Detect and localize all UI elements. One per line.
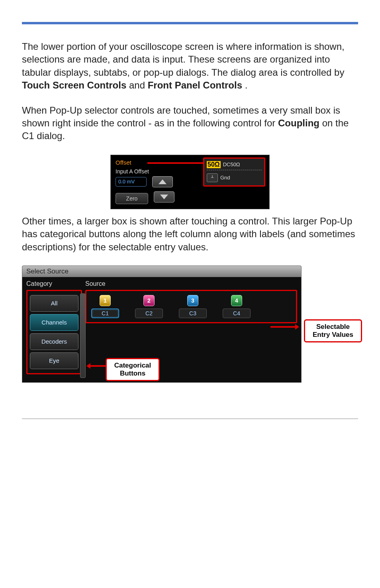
p1-bold-1: Touch Screen Controls — [22, 80, 126, 90]
channel-4-label: C4 — [223, 309, 251, 318]
coupling-popup: 50Ω DC50Ω ┴ Gnd — [203, 157, 265, 187]
source-c4[interactable]: 4 C4 — [223, 295, 251, 318]
triangle-up-icon — [159, 179, 166, 184]
category-column: All Channels Decoders Eye — [26, 290, 82, 374]
p1-bold-2: Front Panel Controls — [148, 80, 242, 90]
p1-text-a: The lower portion of your oscilloscope s… — [22, 41, 345, 78]
source-c3[interactable]: 3 C3 — [179, 295, 207, 318]
paragraph-2: When Pop-Up selector controls are touche… — [22, 104, 358, 143]
p1-text-e: . — [245, 80, 248, 90]
offset-down-button[interactable] — [154, 191, 174, 203]
coupling-popup-screenshot: Offset Input A Offset 0.0 mV Zero 50Ω DC… — [110, 155, 270, 209]
offset-up-button[interactable] — [152, 176, 173, 187]
p1-text-c: and — [129, 80, 148, 90]
channel-4-icon: 4 — [231, 295, 242, 306]
select-source-screenshot-wrap: Select Source Category All Channels Deco… — [22, 265, 358, 383]
source-c1[interactable]: 1 C1 — [91, 295, 119, 318]
channel-1-label: C1 — [91, 309, 119, 318]
callout-categorical-buttons: Categorical Buttons — [106, 358, 160, 381]
source-header: Source — [85, 280, 297, 287]
header-rule — [22, 22, 358, 24]
scrollbar[interactable] — [80, 293, 86, 378]
coupling-option-gnd[interactable]: ┴ Gnd — [207, 173, 262, 182]
coupling-option-dc50[interactable]: 50Ω DC50Ω — [207, 161, 262, 168]
category-channels-button[interactable]: Channels — [30, 314, 78, 331]
select-source-dialog: Select Source Category All Channels Deco… — [22, 265, 302, 383]
offset-value-field[interactable]: 0.0 mV — [116, 177, 147, 187]
channel-3-label: C3 — [179, 309, 207, 318]
coupling-option-gnd-text: Gnd — [220, 175, 230, 181]
zero-button[interactable]: Zero — [116, 193, 148, 204]
source-items: 1 C1 2 C2 3 C3 4 C4 — [85, 290, 297, 323]
category-decoders-button[interactable]: Decoders — [30, 333, 78, 350]
callout-selectable-entry-values: Selectable Entry Values — [304, 319, 362, 342]
dialog-title: Select Source — [22, 266, 301, 277]
paragraph-3: Other times, a larger box is shown after… — [22, 215, 358, 254]
coupling-option-divider — [207, 170, 262, 173]
footer-rule — [22, 419, 358, 419]
triangle-down-icon — [160, 195, 168, 199]
callout-lead-1-icon — [270, 326, 298, 328]
category-header: Category — [26, 280, 82, 287]
source-c2[interactable]: 2 C2 — [135, 295, 163, 318]
paragraph-1: The lower portion of your oscilloscope s… — [22, 40, 358, 92]
channel-2-icon: 2 — [143, 295, 155, 306]
channel-2-label: C2 — [135, 309, 163, 318]
ground-icon: ┴ — [207, 173, 218, 182]
category-all-button[interactable]: All — [30, 295, 78, 312]
category-eye-button[interactable]: Eye — [30, 352, 78, 369]
channel-1-icon: 1 — [100, 295, 111, 306]
coupling-option-text: DC50Ω — [223, 161, 240, 167]
coupling-option-badge: 50Ω — [207, 161, 221, 168]
p2-bold: Coupling — [278, 118, 319, 128]
channel-3-icon: 3 — [187, 295, 198, 306]
